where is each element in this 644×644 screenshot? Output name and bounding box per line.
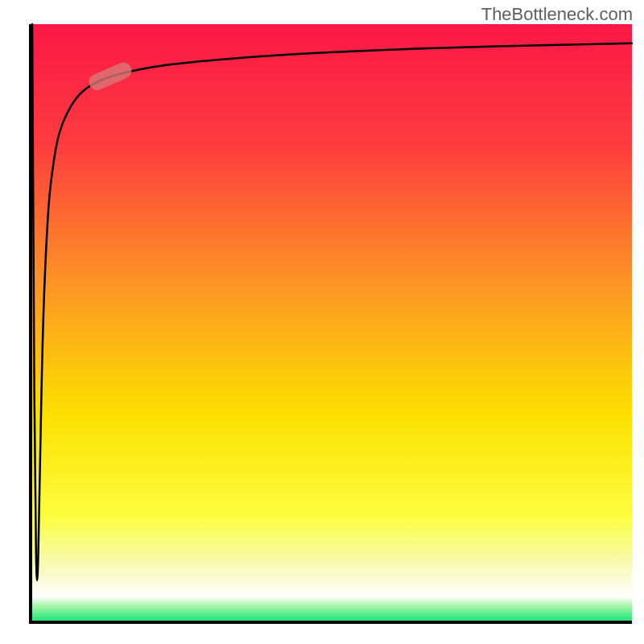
attribution-label: TheBottleneck.com [481, 4, 633, 25]
curve-layer [0, 0, 644, 644]
bottleneck-curve [32, 24, 632, 580]
chart-container: TheBottleneck.com [0, 0, 644, 644]
highlight-marker [86, 60, 134, 93]
